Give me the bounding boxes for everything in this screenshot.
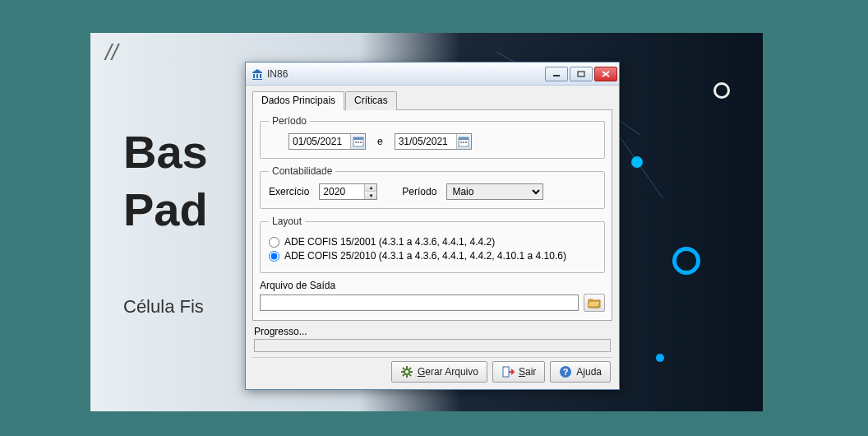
svg-line-18: [409, 374, 411, 376]
legend-periodo: Período: [269, 115, 310, 127]
svg-rect-10: [463, 141, 464, 143]
label-exercicio: Exercício: [269, 186, 309, 197]
ajuda-button[interactable]: ? Ajuda: [550, 361, 611, 383]
minimize-button[interactable]: [545, 67, 568, 81]
tab-criticas[interactable]: Críticas: [345, 91, 397, 110]
fieldset-layout: Layout ADE COFIS 15/2001 (4.3.1 a 4.3.6,…: [260, 216, 605, 273]
svg-point-12: [404, 369, 409, 374]
ajuda-label: Ajuda: [576, 366, 602, 378]
tab-body: Período e: [252, 110, 612, 321]
date-end-container: [395, 133, 472, 150]
date-separator: e: [377, 136, 383, 147]
fieldset-contabilidade: Contabilidade Exercício ▲ ▼ Período Maio: [260, 165, 605, 209]
gear-icon: [400, 365, 413, 378]
bg-slash-text: //: [105, 39, 118, 66]
svg-rect-11: [465, 141, 467, 143]
radio-layout-1[interactable]: [269, 237, 279, 248]
radio-layout-1-label: ADE COFIS 15/2001 (4.3.1 a 4.3.6, 4.4.1,…: [284, 236, 495, 248]
label-periodo-contab: Período: [402, 186, 436, 197]
exercicio-spinner: ▲ ▼: [319, 183, 377, 200]
svg-rect-4: [355, 141, 357, 143]
close-button[interactable]: [594, 67, 617, 81]
window-title: IN86: [267, 68, 545, 80]
exercicio-spin-up[interactable]: ▲: [365, 184, 376, 192]
bg-heading-line1: Bas: [123, 123, 208, 181]
svg-rect-5: [358, 141, 359, 143]
maximize-button[interactable]: [570, 67, 593, 81]
bg-subtext: Célula Fis: [123, 296, 204, 318]
exercicio-spin-down[interactable]: ▼: [365, 192, 376, 199]
client-area: Dados Principais Críticas Período e: [246, 86, 619, 389]
radio-layout-2-label: ADE COFIS 25/2010 (4.3.1 a 4.3.6, 4.4.1,…: [284, 250, 566, 262]
svg-line-17: [403, 368, 404, 369]
svg-text:?: ?: [563, 367, 569, 377]
bg-heading: Bas Pad: [123, 123, 208, 239]
svg-line-20: [403, 374, 404, 376]
bg-heading-line2: Pad: [123, 181, 208, 239]
periodo-select[interactable]: Maio: [446, 183, 543, 200]
svg-rect-1: [578, 72, 584, 77]
exercicio-input[interactable]: [320, 186, 364, 197]
svg-rect-21: [503, 367, 509, 377]
radio-layout-2[interactable]: [269, 251, 279, 262]
svg-rect-9: [460, 141, 462, 143]
in86-window: IN86 Dados Principais Críticas Período: [245, 62, 620, 390]
titlebar[interactable]: IN86: [246, 63, 619, 86]
sair-button[interactable]: Sair: [492, 361, 545, 383]
sair-label: Sair: [519, 366, 536, 378]
fieldset-periodo: Período e: [260, 115, 605, 159]
date-start-picker-button[interactable]: [350, 134, 365, 149]
browse-button[interactable]: [584, 294, 605, 312]
app-icon: [251, 67, 264, 81]
gerar-arquivo-label: Gerar Arquivo: [418, 366, 478, 378]
help-icon: ?: [559, 365, 572, 378]
exit-icon: [501, 365, 515, 378]
legend-contabilidade: Contabilidade: [269, 165, 335, 177]
tab-strip: Dados Principais Críticas: [252, 90, 612, 110]
date-end-input[interactable]: [395, 136, 456, 147]
label-arquivo-saida: Arquivo de Saída: [260, 280, 605, 291]
date-start-container: [289, 133, 366, 150]
legend-layout: Layout: [269, 216, 305, 227]
label-progresso: Progresso...: [254, 326, 611, 337]
svg-rect-6: [360, 141, 362, 143]
tab-dados-principais[interactable]: Dados Principais: [252, 91, 344, 110]
arquivo-saida-input[interactable]: [260, 295, 579, 311]
svg-line-19: [409, 368, 411, 369]
gerar-arquivo-button[interactable]: Gerar Arquivo: [391, 361, 487, 383]
svg-rect-8: [459, 137, 469, 140]
svg-rect-3: [353, 137, 363, 140]
progress-bar: [254, 339, 611, 352]
button-row: Gerar Arquivo Sair ? Ajuda: [252, 357, 612, 383]
date-end-picker-button[interactable]: [456, 134, 471, 149]
svg-rect-0: [553, 75, 560, 77]
date-start-input[interactable]: [289, 136, 350, 147]
